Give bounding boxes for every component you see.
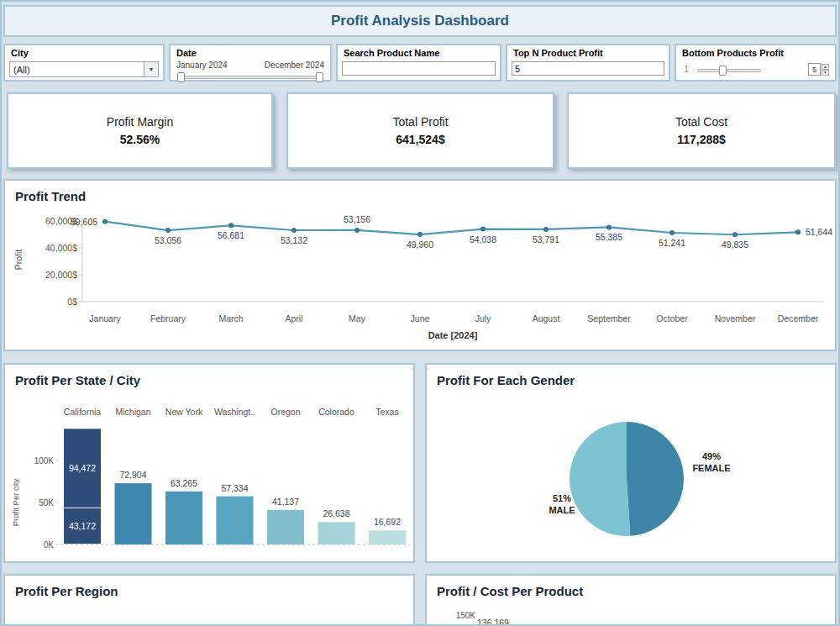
trend-point[interactable] bbox=[102, 219, 108, 224]
trend-line bbox=[105, 222, 798, 235]
pie-label-male: 51% MALE bbox=[528, 492, 596, 516]
male-name-label: MALE bbox=[528, 504, 596, 516]
kpi-profit-margin: Profit Margin 52.56% bbox=[7, 92, 273, 169]
date-slider-right-handle[interactable] bbox=[316, 72, 323, 82]
chevron-down-icon[interactable]: ▼ bbox=[144, 62, 158, 76]
female-name-label: FEMALE bbox=[678, 462, 745, 474]
bar-label: 26,638 bbox=[323, 508, 349, 518]
bottom-min-label: 1 bbox=[680, 65, 692, 74]
y-axis-title: Profit Per city bbox=[11, 479, 20, 527]
trend-point[interactable] bbox=[669, 230, 675, 235]
bar[interactable] bbox=[115, 483, 152, 544]
male-pct-label: 51% bbox=[528, 492, 596, 504]
y-tick-label: 100K bbox=[34, 456, 55, 466]
trend-point[interactable] bbox=[354, 228, 360, 233]
point-label: 51,241 bbox=[659, 238, 685, 248]
kpi-value: 52.56% bbox=[120, 133, 160, 146]
kpi-label: Total Profit bbox=[392, 115, 448, 129]
bar-label: 41,137 bbox=[272, 497, 299, 507]
category-label: Michigan bbox=[115, 407, 150, 417]
city-dropdown[interactable]: (All) ▼ bbox=[9, 61, 159, 77]
y-tick-label: 0K bbox=[44, 540, 55, 550]
trend-point[interactable] bbox=[291, 228, 297, 233]
trend-point[interactable] bbox=[480, 227, 486, 232]
top-n-input[interactable] bbox=[512, 61, 664, 76]
bottom-slider-handle[interactable] bbox=[719, 66, 727, 76]
bar-label: 136,169 bbox=[477, 618, 509, 626]
y-tick-label: 20,000$ bbox=[45, 270, 77, 280]
search-input[interactable] bbox=[342, 61, 496, 76]
x-tick-label: May bbox=[349, 313, 366, 324]
filter-city: City (All) ▼ bbox=[3, 44, 165, 82]
bar-label: 72,904 bbox=[119, 470, 146, 480]
trend-point[interactable] bbox=[165, 228, 171, 233]
trend-point[interactable] bbox=[417, 232, 423, 237]
filter-bottom-label: Bottom Products Profit bbox=[680, 48, 831, 58]
date-range-slider[interactable] bbox=[178, 72, 323, 82]
pie-slice-male[interactable] bbox=[570, 422, 630, 536]
date-start-label: January 2024 bbox=[176, 60, 228, 70]
trend-point[interactable] bbox=[606, 224, 612, 229]
bar[interactable] bbox=[217, 497, 254, 544]
profit-gender-panel: Profit For Each Gender 49% FEMALE 51% MA… bbox=[425, 363, 837, 563]
x-tick-label: March bbox=[218, 313, 243, 324]
bottom-products-spinner[interactable]: 5 ▲ ▼ bbox=[808, 63, 829, 76]
trend-point[interactable] bbox=[543, 227, 549, 232]
category-label: Oregon bbox=[270, 407, 300, 417]
trend-point[interactable] bbox=[732, 232, 738, 237]
point-label: 53,056 bbox=[155, 235, 181, 245]
kpi-value: 117,288$ bbox=[677, 133, 726, 146]
x-tick-label: December bbox=[778, 313, 819, 324]
bottom-products-slider[interactable] bbox=[697, 66, 761, 76]
slider-track bbox=[178, 76, 323, 79]
category-label: Texas bbox=[375, 407, 398, 417]
y-tick-label: 0$ bbox=[67, 297, 77, 307]
trend-point[interactable] bbox=[795, 229, 801, 234]
point-label: 53,791 bbox=[533, 234, 559, 245]
point-label: 54,038 bbox=[470, 234, 496, 245]
category-label: Washingt.. bbox=[214, 407, 255, 417]
category-label: California bbox=[64, 407, 102, 417]
female-pct-label: 49% bbox=[678, 450, 745, 462]
bar[interactable] bbox=[318, 522, 355, 544]
city-dropdown-value: (All) bbox=[10, 62, 144, 76]
x-tick-label: November bbox=[715, 313, 756, 324]
profit-per-region-panel: Profit Per Region bbox=[3, 574, 415, 626]
kpi-label: Profit Margin bbox=[107, 115, 173, 129]
bar[interactable] bbox=[267, 510, 304, 544]
gender-pie-chart[interactable] bbox=[559, 412, 694, 546]
date-slider-left-handle[interactable] bbox=[177, 72, 185, 82]
category-label: New York bbox=[165, 407, 203, 417]
profit-per-state-chart[interactable]: 0K50K100KProfit Per cityCaliforniaMichig… bbox=[7, 397, 413, 561]
y-tick-label: 40,000$ bbox=[45, 243, 77, 253]
bar[interactable] bbox=[369, 530, 406, 544]
segment-label: 94,472 bbox=[69, 463, 96, 473]
bar-label: 63,265 bbox=[171, 478, 197, 488]
spinner-up-icon[interactable]: ▲ bbox=[822, 64, 829, 70]
filter-city-label: City bbox=[9, 48, 159, 58]
x-tick-label: July bbox=[475, 313, 491, 324]
y-tick-label: 150K bbox=[447, 611, 475, 620]
x-tick-label: June bbox=[411, 313, 430, 324]
point-label: 59,605 bbox=[71, 217, 97, 227]
x-tick-label: February bbox=[150, 313, 186, 324]
profit-per-region-title: Profit Per Region bbox=[5, 576, 413, 598]
kpi-total-cost: Total Cost 117,288$ bbox=[567, 92, 836, 169]
trend-point[interactable] bbox=[228, 223, 234, 228]
point-label: 56,681 bbox=[218, 230, 244, 240]
point-label: 51,644 bbox=[806, 227, 832, 237]
x-tick-label: October bbox=[656, 313, 688, 324]
bar[interactable] bbox=[165, 492, 202, 544]
filter-date-label: Date bbox=[175, 48, 326, 58]
date-end-label: December 2024 bbox=[265, 60, 324, 70]
profit-trend-chart[interactable]: 0$20,000$40,000$60,000$Profit59,605Janua… bbox=[8, 211, 835, 350]
profit-cost-per-product-title: Profit / Cost Per Product bbox=[427, 576, 835, 598]
bottom-spinner-value[interactable]: 5 bbox=[808, 63, 821, 76]
x-tick-label: August bbox=[533, 313, 560, 324]
filter-top-n-label: Top N Product Profit bbox=[512, 48, 664, 58]
profit-cost-per-product-panel: Profit / Cost Per Product 150K 136,169 bbox=[425, 574, 837, 626]
spinner-down-icon[interactable]: ▼ bbox=[822, 70, 829, 76]
filter-search-product: Search Product Name bbox=[336, 44, 501, 82]
bar-label: 16,692 bbox=[374, 517, 401, 527]
pie-slice-female[interactable] bbox=[627, 422, 684, 536]
